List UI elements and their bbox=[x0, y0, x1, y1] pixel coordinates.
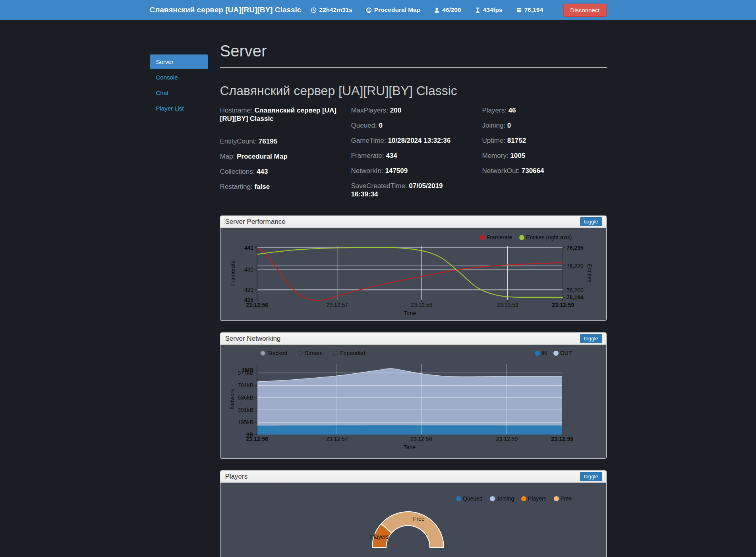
radio-stream[interactable]: Stream bbox=[298, 350, 323, 356]
performance-chart: 44143042041576,23576,22076,20076,19423:1… bbox=[220, 241, 596, 319]
stat-framerate: Framerate: 434 bbox=[351, 151, 482, 160]
stat-networkout: NetworkOut: 730664 bbox=[482, 167, 607, 175]
radio-circle-icon[interactable] bbox=[298, 351, 303, 356]
stat-joining: Joining: 0 bbox=[482, 121, 607, 130]
disconnect-button[interactable]: Disconnect bbox=[563, 4, 606, 17]
legend-dot-icon bbox=[519, 235, 524, 240]
svg-text:76,235: 76,235 bbox=[567, 245, 584, 251]
status-text: 434fps bbox=[483, 6, 503, 14]
navbar-status-items: 22h42m31sProcedural Map46/200434fps76,19… bbox=[311, 6, 543, 14]
stat-value: 81752 bbox=[507, 137, 526, 144]
navbar-status-entities: 76,194 bbox=[516, 6, 543, 14]
sidebar-item-console[interactable]: Console bbox=[150, 70, 208, 85]
svg-text:23:12:56: 23:12:56 bbox=[246, 302, 268, 308]
navbar-inner: Славянский сервер [UA][RU][BY] Classic 2… bbox=[150, 4, 607, 17]
radio-stacked[interactable]: Stacked bbox=[260, 350, 288, 356]
stat-map: Map: Procedural Map bbox=[220, 152, 351, 161]
radio-circle-icon[interactable] bbox=[260, 351, 265, 356]
stat-value: 147509 bbox=[385, 167, 408, 175]
legend-dot-icon bbox=[456, 496, 461, 501]
svg-text:23:12:59: 23:12:59 bbox=[496, 436, 518, 442]
stat-value: 10/28/2024 13:32:36 bbox=[388, 137, 451, 144]
svg-text:76,200: 76,200 bbox=[567, 287, 584, 293]
legend-dot-icon bbox=[521, 496, 526, 501]
svg-text:23:12:57: 23:12:57 bbox=[326, 436, 348, 442]
stats-column: MaxPlayers: 200Queued: 0GameTime: 10/28/… bbox=[351, 106, 482, 205]
svg-text:430: 430 bbox=[244, 266, 253, 273]
globe-icon bbox=[366, 7, 372, 13]
sidebar-item-server[interactable]: Server bbox=[150, 54, 208, 69]
stats-column: Hostname: Славянский сервер [UA][RU][BY]… bbox=[220, 106, 351, 205]
stat-value: 0 bbox=[379, 122, 382, 129]
stat-value: 434 bbox=[386, 152, 397, 159]
legend-label: OUT bbox=[560, 350, 572, 356]
legend-label: Players bbox=[528, 495, 547, 502]
players-legend: QueuedJoiningPlayersFree bbox=[220, 495, 572, 503]
stat-players: Players: 46 bbox=[482, 106, 607, 115]
performance-legend-entities-right-axis: Entities (right axis) bbox=[519, 234, 572, 241]
networking-controls: StackedStreamExpanded INOUT bbox=[260, 349, 572, 357]
gauge-segment-free bbox=[381, 512, 444, 547]
stat-value: false bbox=[254, 183, 270, 190]
networking-chart: 1MB977kB781kB586kB391kB195kB0B23:12:5623… bbox=[220, 358, 596, 454]
stats-column: Players: 46Joining: 0Uptime: 81752Memory… bbox=[482, 106, 607, 205]
toggle-button[interactable]: toggle bbox=[580, 217, 602, 226]
svg-text:441: 441 bbox=[244, 245, 253, 251]
content-container: ServerConsoleChatPlayer List Server Слав… bbox=[150, 20, 607, 557]
stat-collections: Collections: 443 bbox=[220, 167, 351, 176]
gauge-label-free: Free bbox=[413, 516, 424, 522]
networking-panel-body: StackedStreamExpanded INOUT 1MB977kB781k… bbox=[220, 345, 606, 458]
toggle-button[interactable]: toggle bbox=[580, 472, 602, 481]
legend-dot-icon bbox=[554, 496, 559, 501]
sidebar-item-chat[interactable]: Chat bbox=[150, 85, 208, 100]
networking-legend: INOUT bbox=[535, 350, 572, 356]
svg-text:76,194: 76,194 bbox=[567, 294, 584, 301]
panel-server-networking: Server Networking toggle StackedStreamEx… bbox=[220, 332, 607, 459]
svg-text:977kB: 977kB bbox=[238, 370, 253, 376]
svg-text:Network: Network bbox=[229, 388, 235, 409]
stat-label: GameTime: bbox=[351, 137, 386, 144]
stat-gametime: GameTime: 10/28/2024 13:32:36 bbox=[351, 136, 482, 145]
svg-text:76,220: 76,220 bbox=[567, 263, 584, 269]
legend-label: Framerate bbox=[487, 234, 512, 241]
navbar-status-user: 46/200 bbox=[434, 6, 461, 14]
stat-label: Collections: bbox=[220, 168, 255, 175]
stat-value: 46 bbox=[509, 107, 516, 114]
server-title: Славянский сервер [UA][RU][BY] Classic bbox=[220, 83, 607, 98]
panel-server-performance: Server Performance toggle FramerateEntit… bbox=[220, 215, 607, 321]
legend-label: Joining bbox=[497, 495, 514, 502]
main-content: Server Славянский сервер [UA][RU][BY] Cl… bbox=[220, 20, 607, 557]
stat-uptime: Uptime: 81752 bbox=[482, 136, 607, 145]
radio-expanded[interactable]: Expanded bbox=[333, 350, 365, 356]
user-icon bbox=[434, 7, 440, 13]
radio-label: Expanded bbox=[340, 350, 365, 356]
svg-text:195kB: 195kB bbox=[238, 419, 253, 425]
clock-icon bbox=[311, 7, 317, 13]
stat-value: 730664 bbox=[522, 167, 544, 175]
svg-text:23:12:58: 23:12:58 bbox=[410, 436, 432, 442]
stat-label: EntityCount: bbox=[220, 138, 257, 145]
toggle-button[interactable]: toggle bbox=[580, 334, 602, 343]
stat-label: Restarting: bbox=[220, 183, 253, 190]
svg-text:23:12:59: 23:12:59 bbox=[551, 436, 573, 442]
panel-title: Server Networking bbox=[225, 335, 281, 343]
page-title: Server bbox=[220, 42, 607, 68]
legend-label: Free bbox=[561, 495, 572, 502]
stat-value: 200 bbox=[390, 107, 401, 114]
panel-header: Server Performance toggle bbox=[220, 216, 606, 228]
stat-label: Players: bbox=[482, 107, 507, 114]
navbar-status-clock: 22h42m31s bbox=[311, 6, 352, 14]
sidebar-item-player-list[interactable]: Player List bbox=[150, 101, 208, 116]
legend-dot-icon bbox=[553, 351, 559, 356]
performance-legend: FramerateEntities (right axis) bbox=[220, 233, 572, 241]
stat-value: 0 bbox=[507, 122, 511, 129]
radio-label: Stream bbox=[305, 350, 323, 356]
stat-label: SaveCreatedTime: bbox=[351, 182, 407, 190]
stat-label: Joining: bbox=[482, 122, 506, 129]
radio-circle-icon[interactable] bbox=[333, 351, 338, 356]
players-legend-players: Players bbox=[521, 495, 547, 502]
performance-legend-framerate: Framerate bbox=[480, 234, 512, 241]
legend-dot-icon bbox=[535, 351, 540, 356]
stat-memory: Memory: 1005 bbox=[482, 151, 607, 160]
navbar-status-hourglass: 434fps bbox=[475, 6, 503, 14]
